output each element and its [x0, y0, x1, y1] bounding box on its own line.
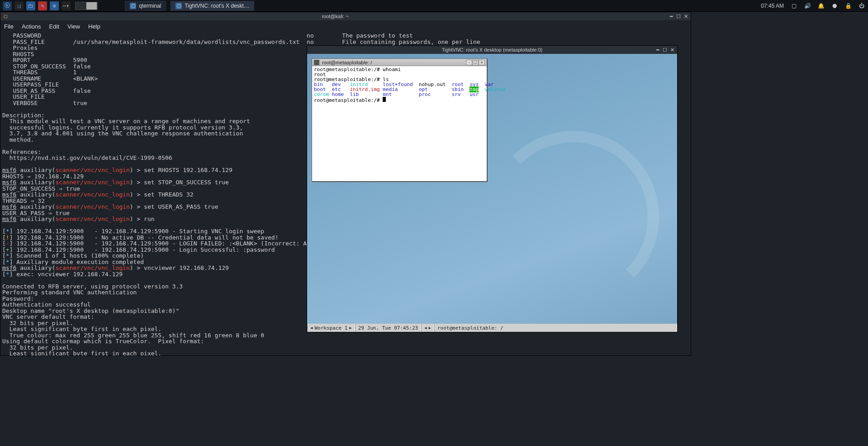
task-qterminal[interactable]: ▢qterminal: [125, 1, 166, 11]
system-tray: 07:45 AM ▢ 🔊 🔔 ⬣ 🔒 ⏻: [761, 3, 865, 9]
taskbar-clock: 29 Jun, Tue 07:45:23: [358, 325, 418, 331]
lock-icon[interactable]: 🔒: [844, 3, 852, 9]
top-panel: ⓚ ❏ 🗀 ✎ ⊕ ⋯▾ ▢qterminal ▢TightVNC: root'…: [0, 0, 868, 12]
maximize-button[interactable]: ☐: [472, 60, 479, 65]
xterm-output[interactable]: root@metasploitable:/# whoamirootroot@me…: [312, 66, 487, 181]
menu-view[interactable]: View: [67, 23, 80, 30]
kali-icon[interactable]: ⓚ: [3, 1, 12, 10]
task-tightvnc[interactable]: ▢TightVNC: root's X deskt…: [171, 1, 254, 11]
terminal-menubar: FileActionsEditViewHelp: [0, 20, 691, 33]
menu-file[interactable]: File: [4, 23, 14, 30]
launcher-icons: ⓚ ❏ 🗀 ✎ ⊕ ⋯▾: [3, 1, 71, 10]
terminal-icon[interactable]: ❏: [14, 1, 24, 10]
workspace-label[interactable]: Workspace 1: [314, 325, 347, 331]
workspace-switcher[interactable]: [75, 2, 98, 10]
taskbar: ▢qterminal ▢TightVNC: root's X deskt…: [125, 1, 254, 11]
files-icon[interactable]: 🗀: [26, 1, 35, 10]
apps-icon[interactable]: ⋯▾: [62, 1, 71, 10]
vnc-window: TightVNC: root's X desktop (metasploitab…: [307, 45, 678, 332]
editor-icon[interactable]: ✎: [38, 1, 47, 10]
close-button[interactable]: ✕: [683, 13, 689, 19]
menu-actions[interactable]: Actions: [22, 23, 41, 30]
close-button[interactable]: ×: [479, 60, 485, 65]
power-icon[interactable]: ⏻: [858, 3, 865, 9]
minimize-button[interactable]: ━: [668, 13, 674, 19]
network-icon[interactable]: ⬣: [831, 3, 838, 9]
xterm-window[interactable]: root@metasploitable: / - ☐ × root@metasp…: [312, 58, 487, 182]
maximize-button[interactable]: ☐: [675, 13, 682, 19]
task-label: qterminal: [139, 3, 161, 9]
xterm-titlebar[interactable]: root@metasploitable: / - ☐ ×: [312, 59, 487, 66]
taskbar-app[interactable]: root@metasploitable: /: [437, 325, 503, 331]
close-button[interactable]: ✕: [669, 47, 675, 53]
minimize-button[interactable]: ━: [655, 47, 661, 53]
window-title: root@kali: ~: [2, 14, 668, 19]
vnc-titlebar[interactable]: TightVNC: root's X desktop (metasploitab…: [307, 46, 677, 54]
menu-help[interactable]: Help: [88, 23, 100, 30]
maximize-button[interactable]: ☐: [662, 47, 668, 53]
vnc-inner-taskbar[interactable]: ◀Workspace 1▶ 29 Jun, Tue 07:45:23 ◀▶ ro…: [307, 324, 677, 332]
window-title: TightVNC: root's X desktop (metasploitab…: [309, 47, 675, 53]
terminal-icon: ▢: [130, 3, 136, 9]
vnc-desktop[interactable]: root@metasploitable: / - ☐ × root@metasp…: [307, 54, 677, 332]
minimize-button[interactable]: -: [466, 60, 472, 65]
task-label: TightVNC: root's X deskt…: [185, 3, 249, 9]
volume-icon[interactable]: 🔊: [804, 3, 811, 9]
debian-swirl-decoration: [487, 131, 659, 303]
clock[interactable]: 07:45 AM: [761, 3, 784, 9]
browser-icon[interactable]: ⊕: [50, 1, 59, 10]
notification-icon[interactable]: 🔔: [817, 3, 825, 9]
menu-edit[interactable]: Edit: [49, 23, 59, 30]
xterm-icon: [314, 60, 319, 65]
xterm-title: root@metasploitable: /: [322, 60, 372, 65]
terminal-titlebar[interactable]: ▢ root@kali: ~ ━ ☐ ✕: [0, 12, 691, 20]
vnc-icon: ▢: [175, 3, 182, 9]
display-icon[interactable]: ▢: [790, 3, 797, 9]
